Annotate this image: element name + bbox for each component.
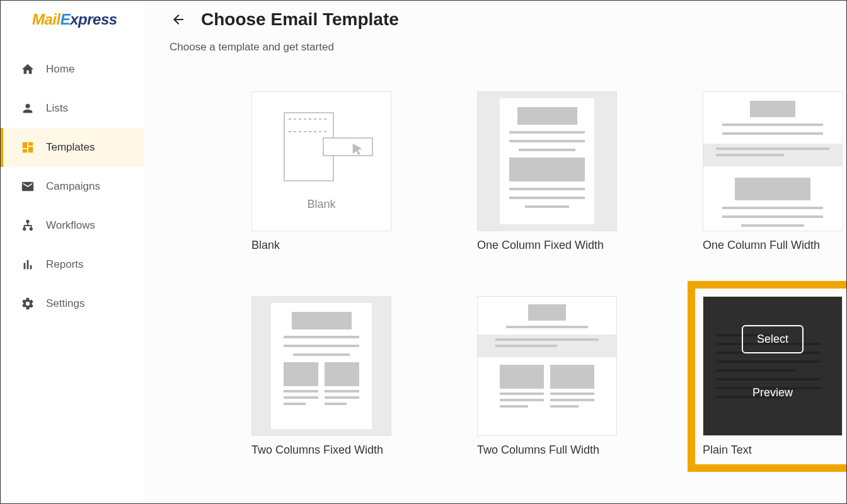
template-grid: Blank Blank (251, 91, 821, 457)
workflow-icon (21, 219, 35, 232)
sidebar-item-label: Settings (46, 297, 84, 310)
template-thumb (477, 296, 617, 436)
mail-icon (21, 180, 35, 193)
page-subtitle: Choose a template and get started (170, 41, 821, 54)
template-thumb (703, 91, 843, 231)
sidebar-item-label: Reports (46, 258, 84, 271)
nav: Home Lists Templates Campaigns Workflows… (1, 50, 144, 323)
template-card-one-col-fixed[interactable]: One Column Fixed Width (477, 91, 660, 252)
logo-part1: Mail (32, 11, 60, 28)
home-icon (21, 62, 35, 76)
sidebar-item-label: Lists (46, 102, 68, 115)
sidebar-item-label: Campaigns (46, 180, 100, 193)
main-content: Choose Email Template Choose a template … (144, 1, 846, 503)
sidebar-item-label: Home (46, 63, 74, 76)
template-card-one-col-full[interactable]: One Column Full Width (703, 91, 846, 252)
page-header: Choose Email Template (170, 9, 821, 30)
sidebar-item-reports[interactable]: Reports (1, 245, 144, 284)
template-label: Plain Text (703, 444, 846, 457)
template-card-two-col-fixed[interactable]: Two Columns Fixed Width (251, 296, 434, 457)
template-card-blank[interactable]: Blank Blank (251, 91, 434, 252)
template-label: Two Columns Full Width (477, 444, 660, 457)
page-title: Choose Email Template (201, 9, 399, 30)
chart-icon (21, 258, 35, 272)
select-button[interactable]: Select (742, 325, 804, 353)
cursor-icon (350, 142, 364, 156)
template-label: Two Columns Fixed Width (251, 444, 434, 457)
sidebar-item-home[interactable]: Home (1, 50, 144, 89)
logo-part3: xpress (70, 11, 117, 28)
sidebar-item-campaigns[interactable]: Campaigns (1, 167, 144, 206)
logo-part2: E (60, 11, 71, 28)
sidebar-item-label: Workflows (46, 219, 95, 232)
template-thumb (251, 296, 391, 436)
logo: MailExpress (1, 7, 144, 43)
sidebar-item-workflows[interactable]: Workflows (1, 206, 144, 245)
template-thumb (477, 91, 617, 231)
gear-icon (21, 297, 35, 311)
sidebar-item-settings[interactable]: Settings (1, 284, 144, 323)
template-card-two-col-full[interactable]: Two Columns Full Width (477, 296, 660, 457)
thumb-caption: Blank (307, 198, 335, 211)
template-thumb: Blank (251, 91, 391, 231)
back-button[interactable] (170, 11, 187, 28)
template-label: One Column Full Width (703, 239, 846, 252)
sidebar: MailExpress Home Lists Templates Campaig… (1, 1, 144, 503)
dashboard-icon (21, 140, 35, 154)
template-label: One Column Fixed Width (477, 239, 660, 252)
template-label: Blank (251, 239, 434, 252)
template-card-plain-text[interactable]: Select Preview Plain Text (694, 287, 846, 466)
person-icon (21, 101, 35, 115)
template-thumb: Select Preview (703, 296, 843, 436)
sidebar-item-lists[interactable]: Lists (1, 89, 144, 128)
sidebar-item-templates[interactable]: Templates (1, 128, 144, 167)
sidebar-item-label: Templates (46, 141, 95, 154)
preview-button[interactable]: Preview (737, 379, 808, 407)
template-overlay: Select Preview (703, 297, 842, 435)
arrow-left-icon (171, 12, 186, 27)
